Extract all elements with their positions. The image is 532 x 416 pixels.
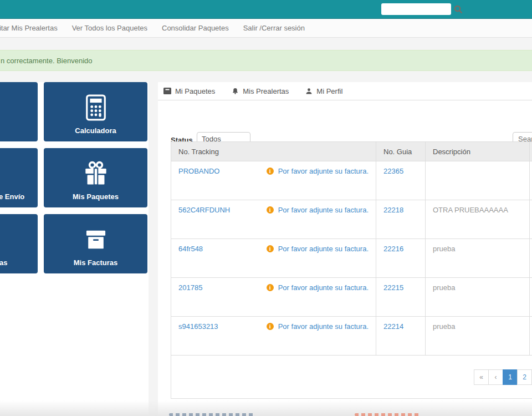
calculator-icon [81,92,110,123]
column-header-descripcion: Descripción [426,142,530,161]
search-icon [453,4,463,14]
table-controls: Status Todos [158,100,532,141]
tile-label: Calculadora [44,126,147,135]
tile-label: Mis Paquetes [44,192,147,201]
table-row: 562C4RFDUNH i Por favor adjunte su factu… [171,200,532,239]
attach-invoice-link[interactable]: Por favor adjunte su factura. [278,245,369,253]
tile-left-1[interactable] [0,82,38,141]
column-header-tracking: No. Tracking [171,142,376,161]
panel-tabs: Mi Paquetes Mis Prealertas Mi Perfil [158,82,532,100]
packages-table: No. Tracking No. Guia Descripción PROBAN… [171,141,532,399]
tracking-link[interactable]: 562C4RFDUNH [178,206,230,214]
page-viewport: litar Mis Prealertas Ver Todos los Paque… [0,0,532,416]
tile-mis-paquetes[interactable]: Mis Paquetes [44,148,147,207]
login-success-alert: n correctamente. Bienvenido [0,50,532,71]
nav-item-salir-cerrar-sesion[interactable]: Salir /Cerrar sesión [243,24,305,32]
guia-link[interactable]: 22216 [383,245,403,253]
top-header-bar [0,0,532,19]
gift-icon [81,158,110,189]
tracking-link[interactable]: 64fr548 [178,245,203,253]
attach-invoice-link[interactable]: Por favor adjunte su factura. [278,322,369,331]
tab-label: Mis Prealertas [243,87,289,95]
main-navbar: litar Mis Prealertas Ver Todos los Paque… [0,19,532,38]
alert-text: n correctamente. Bienvenido [0,57,92,65]
table-row: s941653213 i Por favor adjunte su factur… [171,317,532,356]
info-icon[interactable]: i [267,284,274,291]
table-row: 201785 i Por favor adjunte su factura. 2… [171,278,532,317]
pagination-prev-button[interactable]: ‹ [488,369,503,385]
user-icon [305,88,313,95]
description-text: OTRA PRUEBAAAAAA [433,206,508,214]
tab-mis-prealertas[interactable]: Mis Prealertas [232,87,289,95]
content-panel: Mi Paquetes Mis Prealertas Mi Perfil Sta… [158,82,532,400]
tile-label: Mis Facturas [44,258,147,267]
pagination-first-button[interactable]: « [474,369,489,385]
description-text: prueba [433,322,455,331]
table-header-row: No. Tracking No. Guia Descripción [171,142,532,161]
pagination-page-2[interactable]: 2 [517,369,532,385]
pagination: « ‹ 1 2 [474,369,532,385]
tile-label: e Envío [0,192,38,201]
tile-label: as [0,258,38,267]
tracking-link[interactable]: PROBANDO [178,167,219,175]
guia-link[interactable]: 22214 [383,322,403,331]
package-icon [163,88,171,94]
tracking-link[interactable]: 201785 [178,283,202,292]
box-icon [81,224,110,255]
column-header-guia: No. Guia [376,142,426,161]
tile-mis-facturas[interactable]: Mis Facturas [44,214,147,273]
table-row: 64fr548 i Por favor adjunte su factura. … [171,239,532,278]
header-search-input[interactable] [381,3,451,15]
nav-item-ver-todos-los-paquetes[interactable]: Ver Todos los Paquetes [72,24,147,32]
guia-link[interactable]: 22365 [383,167,403,175]
nav-item-mis-prealertas[interactable]: litar Mis Prealertas [0,24,58,32]
description-text: prueba [433,283,455,292]
info-icon[interactable]: i [267,168,274,175]
tile-left-2[interactable]: e Envío [0,148,38,207]
nav-item-consolidar-paquetes[interactable]: Consolidar Paquetes [162,24,229,32]
description-text: prueba [433,245,455,253]
table-row: PROBANDO i Por favor adjunte su factura.… [171,161,532,200]
table-footer-row: « ‹ 1 2 [171,356,532,399]
tab-mi-perfil[interactable]: Mi Perfil [305,87,342,95]
bottom-fade [0,400,532,416]
tab-label: Mi Paquetes [175,87,215,95]
pagination-page-1[interactable]: 1 [503,369,518,385]
tile-calculadora[interactable]: Calculadora [44,82,147,141]
info-icon[interactable]: i [267,323,274,330]
info-icon[interactable]: i [267,245,274,252]
cutoff-heading-left [169,413,255,416]
tab-mi-paquetes[interactable]: Mi Paquetes [163,87,215,95]
tab-label: Mi Perfil [316,87,342,95]
quick-action-tiles: Calculadora e Envío Mis Paquetes as [0,82,147,273]
guia-link[interactable]: 22218 [383,206,403,214]
attach-invoice-link[interactable]: Por favor adjunte su factura. [278,167,369,175]
guia-link[interactable]: 22215 [383,283,403,292]
bell-icon [232,88,239,95]
column-gap [149,82,158,416]
attach-invoice-link[interactable]: Por favor adjunte su factura. [278,206,369,214]
header-search-button[interactable] [453,4,463,14]
tracking-link[interactable]: s941653213 [178,322,218,331]
column-header-extra [530,142,532,161]
info-icon[interactable]: i [267,206,274,214]
attach-invoice-link[interactable]: Por favor adjunte su factura. [278,283,369,292]
tile-left-3[interactable]: as [0,214,38,273]
cutoff-heading-right [355,413,421,416]
